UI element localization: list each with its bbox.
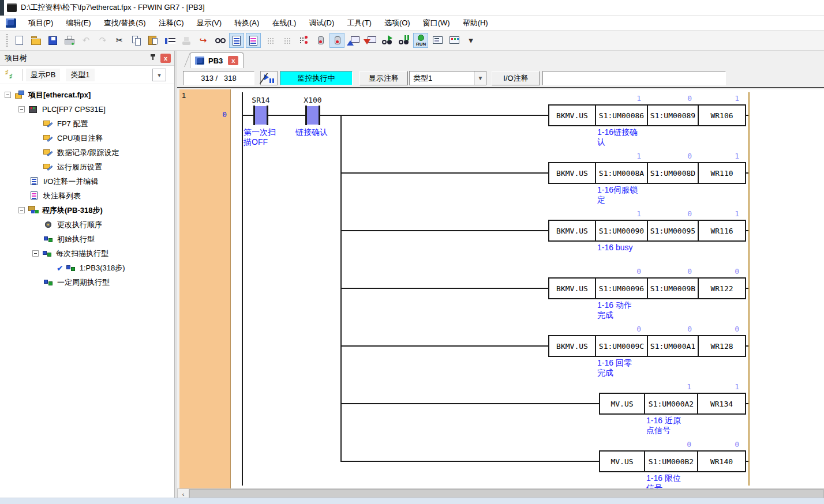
menu-item-5[interactable]: 转换(A): [228, 16, 265, 30]
ladder-cell[interactable]: BKMV.US: [548, 162, 596, 184]
io-comment-field[interactable]: [542, 71, 726, 85]
cut-icon[interactable]: ✂: [112, 33, 127, 48]
ladder-cell[interactable]: S1:UM00090: [595, 220, 648, 242]
ladder-cell[interactable]: S1:UM00096: [595, 277, 648, 299]
menu-item-10[interactable]: 窗口(W): [417, 16, 456, 30]
grid-a-icon[interactable]: [263, 33, 278, 48]
tree-item-0[interactable]: 项目[ethercat.fpx]: [0, 88, 174, 102]
menu-item-11[interactable]: 帮助(H): [456, 16, 495, 30]
open-file-icon[interactable]: [28, 33, 43, 48]
chevron-down-icon[interactable]: ▼: [474, 72, 486, 85]
display-pb-label[interactable]: 显示PB: [26, 69, 60, 81]
ladder-cell[interactable]: BKMV.US: [548, 277, 596, 299]
ladder-cell[interactable]: S1:UM000B2: [644, 450, 698, 472]
paste-icon[interactable]: [145, 33, 160, 48]
toolbar-more-icon[interactable]: ▾: [463, 33, 478, 48]
menu-item-8[interactable]: 工具(T): [340, 16, 378, 30]
ladder-cell[interactable]: WR110: [698, 162, 746, 184]
ladder-cell[interactable]: BKMV.US: [548, 220, 596, 242]
ladder-cell[interactable]: WR128: [698, 335, 746, 357]
toolbar-grip[interactable]: [6, 34, 8, 47]
tree-item-13[interactable]: 一定周期执行型: [0, 275, 174, 289]
ladder-cell[interactable]: BKMV.US: [548, 104, 596, 126]
comment-type-select[interactable]: 类型1 ▼: [409, 71, 486, 85]
undo-icon[interactable]: ↶: [78, 33, 93, 48]
print-icon[interactable]: [62, 33, 77, 48]
insert-network-icon[interactable]: [162, 33, 177, 48]
find-icon[interactable]: [212, 33, 227, 48]
ladder-cell[interactable]: WR116: [698, 220, 746, 242]
display-switch-icon[interactable]: ♯♯: [5, 70, 16, 80]
ladder-cell[interactable]: S1:UM0009C: [595, 335, 648, 357]
tree-item-11[interactable]: 每次扫描执行型: [0, 246, 174, 261]
monitor-window-icon[interactable]: [430, 33, 445, 48]
tree-item-7[interactable]: 块注释列表: [0, 189, 174, 203]
pin-icon[interactable]: [148, 53, 158, 63]
find-device-icon[interactable]: [296, 33, 311, 48]
tree-item-1[interactable]: PLC[FP7 CPS31E]: [0, 102, 174, 116]
tree-item-12[interactable]: ✔1:PB3(318步): [0, 261, 174, 275]
comment-display-icon[interactable]: [246, 33, 261, 48]
ladder-view-icon[interactable]: [229, 33, 244, 48]
save-icon[interactable]: [45, 33, 60, 48]
monitor-toggle-button[interactable]: [260, 71, 278, 85]
tree-item-8[interactable]: 程序块(PB-318步): [0, 203, 174, 217]
menu-item-6[interactable]: 在线(L): [265, 16, 302, 30]
tree-filter-dropdown[interactable]: ▾: [152, 69, 166, 81]
ladder-cell[interactable]: S1:UM000A1: [647, 335, 699, 357]
ladder-cell[interactable]: S1:UM00095: [647, 220, 699, 242]
menu-item-2[interactable]: 查找/替换(S): [98, 16, 152, 30]
ladder-cell[interactable]: S1:UM00086: [595, 104, 648, 126]
ladder-cell[interactable]: S1:UM00089: [647, 104, 699, 126]
ladder-canvas[interactable]: 1 0 BKMV.USS1:UM00086S1:UM00089WR1061011…: [179, 89, 824, 488]
new-file-icon[interactable]: [12, 33, 27, 48]
contact-bar[interactable]: [267, 106, 268, 125]
tree-expander-icon[interactable]: [32, 250, 39, 257]
ladder-cell[interactable]: WR106: [698, 104, 746, 126]
status-window-icon[interactable]: [447, 33, 462, 48]
pc-upload-icon[interactable]: [346, 33, 361, 48]
tree-item-9[interactable]: 更改执行顺序: [0, 217, 174, 232]
menu-item-4[interactable]: 显示(V): [190, 16, 228, 30]
tree-item-6[interactable]: I/O注释一并编辑: [0, 174, 174, 189]
ladder-cell[interactable]: MV.US: [599, 450, 645, 472]
ladder-cell[interactable]: S1:UM000A2: [644, 393, 698, 415]
tab-close-button[interactable]: x: [228, 56, 238, 65]
tree-item-10[interactable]: 初始执行型: [0, 232, 174, 246]
ladder-cell[interactable]: WR134: [697, 393, 746, 415]
ladder-cell[interactable]: WR140: [697, 450, 746, 472]
tree-item-5[interactable]: 运行履历设置: [0, 160, 174, 174]
contact-bar[interactable]: [305, 106, 307, 125]
ladder-cell[interactable]: WR122: [698, 277, 746, 299]
monitor-stop-icon[interactable]: [396, 33, 411, 48]
menu-item-9[interactable]: 选项(O): [378, 16, 417, 30]
ladder-cell[interactable]: MV.US: [599, 393, 645, 415]
tree-item-2[interactable]: FP7 配置: [0, 116, 174, 131]
device-monitor-on-icon[interactable]: [329, 33, 344, 48]
device-monitor-icon[interactable]: [313, 33, 328, 48]
menu-item-1[interactable]: 编辑(E): [59, 16, 97, 30]
contact-bar[interactable]: [319, 106, 320, 125]
contact-bar[interactable]: [253, 106, 255, 125]
monitor-run-icon[interactable]: [380, 33, 395, 48]
ladder-cell[interactable]: S1:UM0008D: [647, 162, 699, 184]
delete-network-icon[interactable]: [179, 33, 194, 48]
pc-download-icon[interactable]: [363, 33, 378, 48]
tree-expander-icon[interactable]: [18, 207, 25, 213]
redo-icon[interactable]: ↷: [95, 33, 110, 48]
menu-item-0[interactable]: 项目(P): [22, 16, 59, 30]
run-mode-icon[interactable]: RUN: [413, 33, 428, 48]
copy-icon[interactable]: [129, 33, 144, 48]
grid-b-icon[interactable]: [279, 33, 294, 48]
ladder-cell[interactable]: BKMV.US: [548, 335, 596, 357]
menu-item-7[interactable]: 调试(D): [302, 16, 340, 30]
tree-item-3[interactable]: CPU项目注释: [0, 131, 174, 145]
ladder-cell[interactable]: S1:UM0008A: [595, 162, 648, 184]
menu-item-3[interactable]: 注释(C): [152, 16, 190, 30]
tab-pb3[interactable]: PB3 x: [190, 52, 244, 68]
document-icon[interactable]: [6, 18, 16, 28]
tree-item-4[interactable]: 数据记录/跟踪设定: [0, 145, 174, 160]
comment-type-label[interactable]: 类型1: [66, 69, 94, 81]
jump-icon[interactable]: ↪: [196, 33, 211, 48]
io-comment-button[interactable]: I/O注释: [492, 71, 540, 85]
